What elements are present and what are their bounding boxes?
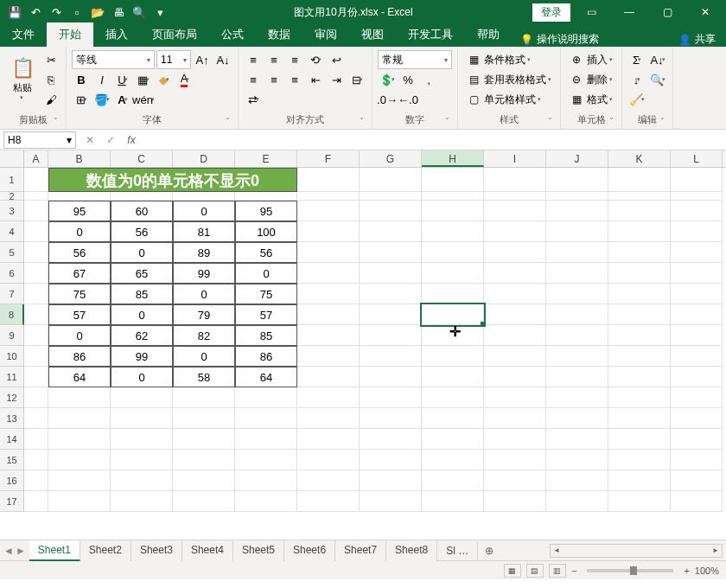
undo-icon[interactable]: ↶ bbox=[26, 3, 45, 22]
cell-E12[interactable] bbox=[235, 387, 297, 408]
row-header-10[interactable]: 10 bbox=[0, 346, 24, 367]
cell-D5[interactable]: 89 bbox=[173, 242, 235, 263]
cell-K9[interactable] bbox=[608, 325, 671, 346]
row-header-13[interactable]: 13 bbox=[0, 408, 24, 429]
cell-A13[interactable] bbox=[24, 408, 48, 429]
cell-D6[interactable]: 99 bbox=[173, 263, 235, 284]
row-header-14[interactable]: 14 bbox=[0, 429, 24, 450]
cell-K15[interactable] bbox=[608, 450, 671, 470]
tab-home[interactable]: 开始 bbox=[47, 22, 93, 47]
cell-J7[interactable] bbox=[546, 284, 608, 304]
tab-help[interactable]: 帮助 bbox=[465, 22, 512, 47]
row-header-7[interactable]: 7 bbox=[0, 284, 24, 304]
cell-I16[interactable] bbox=[484, 470, 546, 491]
format-as-table-button[interactable]: ▤套用表格格式▾ bbox=[463, 70, 555, 89]
cell-J14[interactable] bbox=[546, 429, 608, 450]
cell-B5[interactable]: 56 bbox=[48, 242, 111, 263]
cell-I17[interactable] bbox=[484, 491, 546, 512]
cell-G1[interactable] bbox=[360, 168, 422, 192]
cell-B2[interactable] bbox=[48, 192, 111, 201]
sheet-tab-Sheet8[interactable]: Sheet8 bbox=[386, 540, 437, 561]
cell-D15[interactable] bbox=[173, 450, 235, 470]
sheet-nav-last-icon[interactable]: ► bbox=[16, 545, 26, 557]
cell-D11[interactable]: 58 bbox=[173, 367, 235, 387]
sheet-tab-Sheet5[interactable]: Sheet5 bbox=[233, 540, 284, 561]
cell-D8[interactable]: 79 bbox=[173, 304, 235, 325]
cell-L4[interactable] bbox=[671, 221, 723, 242]
cell-C15[interactable] bbox=[111, 450, 173, 470]
percent-button[interactable]: % bbox=[398, 70, 417, 89]
col-header-E[interactable]: E bbox=[235, 150, 297, 167]
font-color-button[interactable]: A▾ bbox=[175, 70, 194, 89]
formula-input[interactable] bbox=[142, 131, 726, 149]
cell-E11[interactable]: 64 bbox=[235, 367, 297, 387]
tab-review[interactable]: 审阅 bbox=[302, 22, 349, 47]
cell-D10[interactable]: 0 bbox=[173, 346, 235, 367]
cell-H9[interactable] bbox=[422, 325, 484, 346]
cell-L16[interactable] bbox=[671, 470, 723, 491]
cell-H2[interactable] bbox=[422, 192, 484, 201]
cell-E6[interactable]: 0 bbox=[235, 263, 297, 284]
cell-D9[interactable]: 82 bbox=[173, 325, 235, 346]
cell-L2[interactable] bbox=[671, 192, 723, 201]
tab-file[interactable]: 文件 bbox=[0, 22, 47, 47]
cell-B9[interactable]: 0 bbox=[48, 325, 111, 346]
cell-L12[interactable] bbox=[671, 387, 723, 408]
bold-button[interactable]: B bbox=[72, 70, 91, 89]
font-size-combo[interactable]: 11▾ bbox=[156, 50, 191, 69]
cell-K10[interactable] bbox=[608, 346, 671, 367]
cancel-formula-icon[interactable]: ✕ bbox=[80, 131, 100, 149]
merge-button[interactable]: ⊟▾ bbox=[347, 70, 366, 89]
title-merged-cell[interactable]: 数值为0的单元格不显示0 bbox=[48, 168, 297, 192]
increase-font-button[interactable]: A↑ bbox=[193, 50, 212, 69]
cell-A10[interactable] bbox=[24, 346, 48, 367]
minimize-icon[interactable]: — bbox=[612, 0, 646, 24]
cell-H7[interactable] bbox=[422, 284, 484, 304]
cell-I5[interactable] bbox=[484, 242, 546, 263]
row-header-1[interactable]: 1 bbox=[0, 168, 24, 192]
cell-J15[interactable] bbox=[546, 450, 608, 470]
cell-F13[interactable] bbox=[297, 408, 360, 429]
cell-B11[interactable]: 64 bbox=[48, 367, 111, 387]
decrease-decimal-button[interactable]: ←.0 bbox=[398, 90, 417, 109]
cell-G14[interactable] bbox=[360, 429, 422, 450]
fx-icon[interactable]: fx bbox=[121, 131, 142, 149]
row-header-6[interactable]: 6 bbox=[0, 263, 24, 284]
col-header-B[interactable]: B bbox=[48, 150, 111, 167]
cell-I3[interactable] bbox=[484, 201, 546, 221]
cell-I8[interactable] bbox=[484, 304, 546, 325]
align-right-button[interactable]: ≡ bbox=[285, 70, 304, 89]
increase-indent-button[interactable]: ⇥ bbox=[327, 70, 346, 89]
horizontal-scrollbar[interactable] bbox=[550, 544, 723, 558]
tab-insert[interactable]: 插入 bbox=[93, 22, 140, 47]
tab-layout[interactable]: 页面布局 bbox=[140, 22, 209, 47]
cell-G2[interactable] bbox=[360, 192, 422, 201]
format-cells-button[interactable]: ▦格式▾ bbox=[566, 90, 616, 109]
cell-D7[interactable]: 0 bbox=[173, 284, 235, 304]
sort-button[interactable]: A↓▾ bbox=[648, 50, 667, 69]
quickprint-icon[interactable]: 🖶 bbox=[109, 3, 128, 22]
insert-cells-button[interactable]: ⊕插入▾ bbox=[566, 50, 616, 69]
align-left-button[interactable]: ≡ bbox=[244, 70, 263, 89]
cell-I2[interactable] bbox=[484, 192, 546, 201]
spreadsheet-grid[interactable]: ABCDEFGHIJKL 1数值为0的单元格不显示023956009540568… bbox=[0, 150, 726, 540]
cell-K13[interactable] bbox=[608, 408, 671, 429]
cell-C10[interactable]: 99 bbox=[111, 346, 173, 367]
underline-button[interactable]: U▾ bbox=[113, 70, 132, 89]
cell-B7[interactable]: 75 bbox=[48, 284, 111, 304]
cell-I9[interactable] bbox=[484, 325, 546, 346]
cell-A15[interactable] bbox=[24, 450, 48, 470]
cell-F6[interactable] bbox=[297, 263, 360, 284]
cell-J9[interactable] bbox=[546, 325, 608, 346]
fill-button[interactable]: 🪣▾ bbox=[92, 90, 111, 109]
col-header-G[interactable]: G bbox=[360, 150, 422, 167]
number-format-combo[interactable]: 常规▾ bbox=[378, 50, 452, 69]
cell-H5[interactable] bbox=[422, 242, 484, 263]
cell-K7[interactable] bbox=[608, 284, 671, 304]
cell-E8[interactable]: 57 bbox=[235, 304, 297, 325]
cell-B3[interactable]: 95 bbox=[48, 201, 111, 221]
cell-G3[interactable] bbox=[360, 201, 422, 221]
cell-E7[interactable]: 75 bbox=[235, 284, 297, 304]
page-break-view-button[interactable]: ▥ bbox=[549, 564, 566, 578]
cell-B12[interactable] bbox=[48, 387, 111, 408]
